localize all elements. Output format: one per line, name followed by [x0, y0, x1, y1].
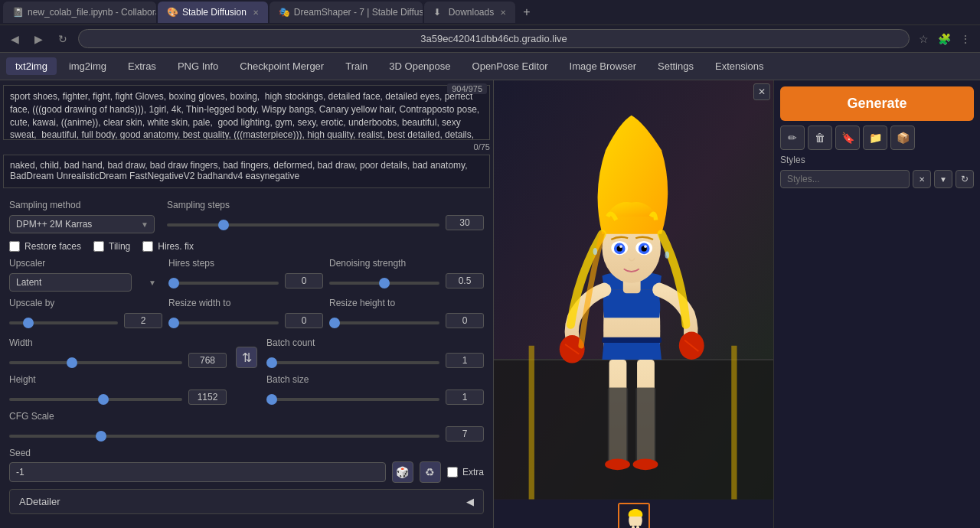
resize-width-slider[interactable]	[168, 321, 279, 324]
tiling-label: Tiling	[109, 241, 130, 252]
reload-button[interactable]: ↻	[54, 31, 72, 47]
action-icons-row: ✏ 🗑 🔖 📁 📦	[780, 125, 974, 150]
svg-point-26	[593, 248, 597, 255]
nav-settings[interactable]: Settings	[648, 57, 703, 75]
extra-label: Extra	[462, 467, 484, 477]
zip-button[interactable]: 📦	[890, 125, 915, 150]
tiling-checkbox[interactable]: Tiling	[93, 241, 130, 252]
folder-button[interactable]: 📁	[863, 125, 887, 150]
cfg-scale-value[interactable]	[446, 426, 484, 442]
batch-count-slider[interactable]	[266, 361, 439, 364]
width-value[interactable]	[188, 353, 227, 368]
extra-checkbox[interactable]: Extra	[447, 467, 484, 477]
negative-prompt-input[interactable]: naked, child, bad hand, bad draw, bad dr…	[3, 155, 490, 188]
resize-width-value[interactable]	[285, 313, 323, 328]
extra-checkbox-input[interactable]	[447, 467, 458, 477]
svg-point-25	[644, 245, 647, 248]
dice-button[interactable]: 🎲	[392, 461, 413, 483]
tab-stable-diffusion[interactable]: 🎨 Stable Diffusion ✕	[158, 2, 268, 23]
tab-downloads[interactable]: ⬇ Downloads ✕	[424, 2, 515, 23]
prompt-area: 904/975 sport shoes, fighter, fight, fig…	[0, 80, 493, 194]
resize-width-slider-row	[168, 313, 323, 328]
denoising-slider[interactable]	[329, 282, 439, 285]
bookmark-red-button[interactable]: 🔖	[835, 125, 860, 150]
batch-size-slider-container	[266, 392, 439, 403]
recycle-button[interactable]: ♻	[420, 461, 441, 483]
tab-sd-close[interactable]: ✕	[253, 8, 259, 17]
nav-3d-openpose[interactable]: 3D Openpose	[380, 57, 459, 75]
image-close-button[interactable]: ✕	[753, 83, 770, 100]
sampling-method-select[interactable]: DPM++ 2M Karras Euler a DDIM	[9, 215, 155, 233]
restore-faces-checkbox[interactable]: Restore faces	[9, 241, 81, 252]
nav-extensions[interactable]: Extensions	[706, 57, 773, 75]
resize-height-value[interactable]	[446, 313, 484, 328]
sampling-steps-value[interactable]	[446, 215, 484, 230]
styles-clear-button[interactable]: ✕	[913, 170, 931, 188]
seed-label-row: Seed	[9, 448, 484, 458]
extensions-icon[interactable]: 🧩	[935, 30, 954, 48]
width-slider[interactable]	[9, 361, 182, 364]
resize-width-label: Resize width to	[168, 298, 323, 308]
image-and-generate: ✕	[494, 80, 980, 528]
nav-txt2img[interactable]: txt2img	[6, 57, 57, 75]
pencil-button[interactable]: ✏	[780, 125, 805, 150]
menu-icon[interactable]: ⋮	[957, 30, 974, 48]
controls-area: Sampling method DPM++ 2M Karras Euler a …	[0, 194, 493, 528]
batch-size-slider[interactable]	[266, 398, 439, 401]
styles-input[interactable]	[780, 170, 910, 188]
thumbnail-1[interactable]	[618, 503, 650, 529]
positive-prompt-input[interactable]: sport shoes, fighter, fight, fight Glove…	[3, 85, 490, 140]
hires-row: Upscaler Latent None R-ESRGAN 4x+ Hires …	[9, 258, 484, 292]
tab-dl-close[interactable]: ✕	[500, 8, 506, 17]
nav-png-info[interactable]: PNG Info	[168, 57, 227, 75]
nav-checkpoint-merger[interactable]: Checkpoint Merger	[230, 57, 333, 75]
resize-height-slider-container	[329, 315, 439, 327]
hires-fix-checkbox[interactable]: Hires. fix	[142, 241, 194, 252]
adetailer-accordion[interactable]: ADetailer ◀	[9, 489, 484, 514]
thumbnail-strip	[494, 500, 773, 529]
sampling-steps-label: Sampling steps	[167, 200, 484, 210]
restore-faces-input[interactable]	[9, 241, 20, 252]
bookmark-icon[interactable]: ☆	[916, 30, 932, 48]
tab-colab[interactable]: 📓 new_colab_file.ipynb - Collabora... ✕	[3, 2, 156, 23]
upscaler-select[interactable]: Latent None R-ESRGAN 4x+	[9, 273, 132, 292]
styles-refresh-button[interactable]: ↻	[956, 170, 974, 188]
nav-train[interactable]: Train	[336, 57, 377, 75]
hires-steps-slider[interactable]	[168, 282, 279, 285]
generate-button[interactable]: Generate	[780, 86, 974, 121]
hires-steps-value[interactable]	[285, 273, 323, 288]
denoising-slider-container	[329, 275, 439, 287]
nav-img2img[interactable]: img2img	[60, 57, 116, 75]
resize-height-slider[interactable]	[329, 321, 439, 324]
denoising-value[interactable]	[446, 273, 484, 288]
forward-button[interactable]: ▶	[30, 31, 47, 47]
tiling-input[interactable]	[93, 241, 104, 252]
styles-dropdown-button[interactable]: ▼	[934, 170, 952, 188]
svg-rect-11	[602, 337, 662, 343]
height-slider[interactable]	[9, 398, 182, 401]
height-value[interactable]	[188, 389, 227, 405]
denoising-slider-row	[329, 273, 484, 288]
swap-dimensions-button[interactable]: ⇅	[236, 347, 257, 368]
upscale-by-slider[interactable]	[9, 321, 118, 324]
width-label: Width	[9, 337, 227, 348]
tab-ds-label: DreamShaper - 7 | Stable Diffusi...	[294, 7, 423, 18]
seed-input[interactable]	[9, 462, 386, 482]
sampling-steps-slider[interactable]	[167, 223, 439, 227]
hires-fix-input[interactable]	[142, 241, 153, 252]
nav-extras[interactable]: Extras	[119, 57, 165, 75]
batch-size-col: Batch size	[266, 374, 484, 405]
hires-fix-label: Hires. fix	[158, 241, 194, 252]
back-button[interactable]: ◀	[6, 31, 24, 47]
nav-image-browser[interactable]: Image Browser	[560, 57, 645, 75]
upscale-by-value[interactable]	[124, 313, 162, 328]
cfg-scale-slider[interactable]	[9, 435, 439, 438]
new-tab-button[interactable]: +	[517, 5, 536, 19]
batch-size-value[interactable]	[446, 389, 484, 405]
batch-count-value[interactable]	[446, 353, 484, 368]
nav-openpose-editor[interactable]: OpenPose Editor	[463, 57, 557, 75]
trash-button[interactable]: 🗑	[808, 125, 832, 150]
tab-dreamshaper[interactable]: 🎭 DreamShaper - 7 | Stable Diffusi... ✕	[270, 2, 423, 23]
url-input[interactable]	[78, 29, 910, 48]
negative-token-count: 0/75	[474, 142, 490, 152]
